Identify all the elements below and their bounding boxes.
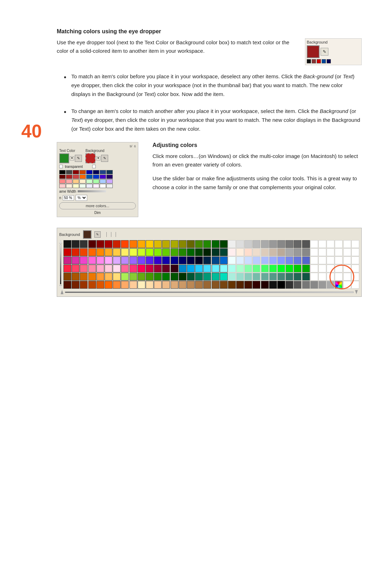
color-swatch[interactable]: [310, 281, 318, 289]
color-swatch[interactable]: [171, 281, 178, 289]
color-swatch[interactable]: [277, 281, 285, 289]
color-swatch[interactable]: [318, 248, 326, 256]
color-swatch[interactable]: [294, 273, 301, 281]
big-palette-color-box[interactable]: [83, 230, 91, 239]
color-swatch[interactable]: [171, 240, 178, 248]
color-swatch[interactable]: [203, 248, 211, 256]
color-swatch[interactable]: [105, 248, 112, 256]
color-swatch[interactable]: [121, 273, 129, 281]
color-swatch[interactable]: [269, 256, 277, 264]
color-swatch[interactable]: [80, 248, 88, 256]
color-swatch[interactable]: [88, 248, 96, 256]
eyedropper-button[interactable]: ✎: [321, 48, 328, 56]
color-swatch[interactable]: [129, 240, 137, 248]
color-swatch[interactable]: [252, 240, 260, 248]
color-swatch[interactable]: [72, 281, 79, 289]
color-swatch[interactable]: [236, 248, 244, 256]
color-swatch[interactable]: [244, 248, 252, 256]
color-swatch[interactable]: [72, 265, 79, 272]
color-swatch[interactable]: [195, 248, 203, 256]
color-swatch[interactable]: [261, 256, 269, 264]
color-swatch[interactable]: [187, 265, 195, 272]
color-swatch[interactable]: [203, 281, 211, 289]
color-swatch[interactable]: [63, 256, 71, 264]
color-swatch[interactable]: [179, 265, 187, 272]
color-swatch[interactable]: [252, 281, 260, 289]
color-swatch[interactable]: [285, 273, 293, 281]
color-swatch[interactable]: [113, 256, 121, 264]
color-swatch[interactable]: [285, 240, 293, 248]
color-swatch[interactable]: [138, 281, 145, 289]
color-swatch[interactable]: [220, 240, 228, 248]
color-swatch[interactable]: [96, 256, 104, 264]
color-swatch[interactable]: [187, 273, 195, 281]
color-swatch[interactable]: [236, 256, 244, 264]
color-swatch[interactable]: [63, 281, 71, 289]
color-swatch[interactable]: [261, 265, 269, 272]
color-swatch[interactable]: [302, 240, 310, 248]
color-swatch[interactable]: [343, 240, 351, 248]
color-swatch[interactable]: [212, 256, 220, 264]
color-swatch[interactable]: [105, 256, 112, 264]
color-swatch[interactable]: [203, 256, 211, 264]
color-swatch[interactable]: [113, 248, 121, 256]
color-swatch[interactable]: [171, 256, 178, 264]
percent-input[interactable]: [63, 195, 74, 200]
color-swatch[interactable]: [327, 248, 334, 256]
color-swatch[interactable]: [179, 281, 187, 289]
color-swatch[interactable]: [212, 248, 220, 256]
color-swatch[interactable]: [88, 265, 96, 272]
color-swatch[interactable]: [162, 281, 170, 289]
color-swatch[interactable]: [121, 248, 129, 256]
color-swatch[interactable]: [138, 248, 145, 256]
color-swatch[interactable]: [154, 240, 162, 248]
color-swatch[interactable]: [129, 256, 137, 264]
color-swatch[interactable]: [80, 240, 88, 248]
color-swatch[interactable]: [269, 265, 277, 272]
color-swatch[interactable]: [121, 256, 129, 264]
color-swatch[interactable]: [96, 273, 104, 281]
color-swatch[interactable]: [269, 273, 277, 281]
color-swatch[interactable]: [187, 248, 195, 256]
color-swatch[interactable]: [351, 240, 359, 248]
color-swatch[interactable]: [335, 248, 343, 256]
color-swatch[interactable]: [72, 273, 79, 281]
color-swatch[interactable]: [88, 240, 96, 248]
frame-width-slider[interactable]: [78, 190, 106, 192]
color-swatch[interactable]: [343, 256, 351, 264]
color-swatch[interactable]: [220, 265, 228, 272]
color-swatch[interactable]: [88, 256, 96, 264]
color-swatch[interactable]: [88, 273, 96, 281]
color-swatch[interactable]: [138, 265, 145, 272]
color-swatch[interactable]: [113, 281, 121, 289]
color-swatch[interactable]: [146, 256, 154, 264]
color-swatch[interactable]: [318, 240, 326, 248]
color-swatch[interactable]: [236, 240, 244, 248]
color-swatch[interactable]: [261, 240, 269, 248]
color-swatch[interactable]: [121, 265, 129, 272]
color-swatch[interactable]: [195, 273, 203, 281]
color-swatch[interactable]: [310, 273, 318, 281]
color-swatch[interactable]: [252, 256, 260, 264]
bg-color-box-2[interactable]: [85, 153, 95, 163]
color-swatch[interactable]: [212, 240, 220, 248]
color-swatch[interactable]: [327, 256, 334, 264]
color-swatch[interactable]: [269, 248, 277, 256]
color-swatch[interactable]: [318, 256, 326, 264]
color-swatch[interactable]: [261, 248, 269, 256]
color-swatch[interactable]: [244, 240, 252, 248]
color-swatch[interactable]: [203, 265, 211, 272]
color-swatch[interactable]: [179, 248, 187, 256]
color-swatch[interactable]: [294, 265, 301, 272]
color-swatch[interactable]: [162, 273, 170, 281]
color-swatch[interactable]: [285, 281, 293, 289]
color-swatch[interactable]: [146, 265, 154, 272]
color-swatch[interactable]: [179, 256, 187, 264]
color-swatch[interactable]: [302, 248, 310, 256]
color-swatch[interactable]: [228, 256, 236, 264]
color-swatch[interactable]: [195, 281, 203, 289]
color-swatch[interactable]: [212, 281, 220, 289]
color-swatch[interactable]: [318, 281, 326, 289]
color-swatch[interactable]: [335, 256, 343, 264]
color-swatch[interactable]: [302, 273, 310, 281]
